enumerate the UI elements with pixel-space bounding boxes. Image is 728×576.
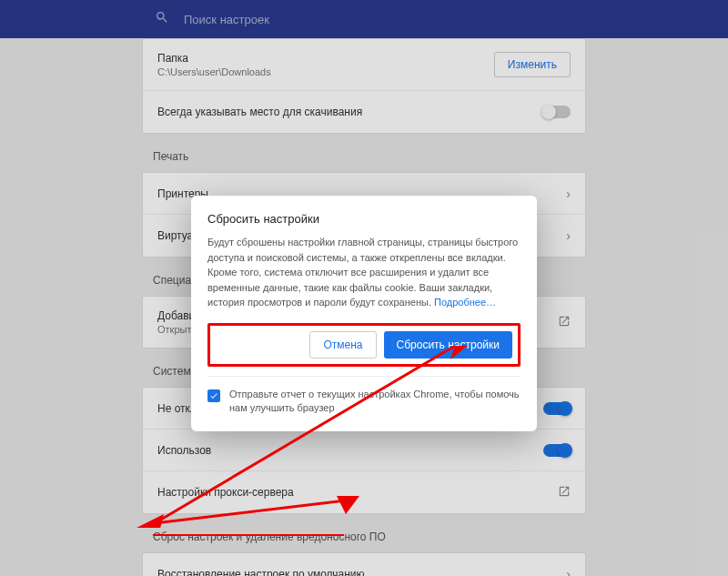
reset-settings-dialog: Сбросить настройки Будут сброшены настро… bbox=[191, 196, 537, 431]
report-checkbox[interactable] bbox=[207, 389, 220, 402]
dialog-footer: Отправьте отчет о текущих настройках Chr… bbox=[207, 376, 521, 416]
dialog-body: Будут сброшены настройки главной страниц… bbox=[207, 235, 521, 310]
dialog-title: Сбросить настройки bbox=[207, 212, 521, 226]
report-text: Отправьте отчет о текущих настройках Chr… bbox=[229, 388, 521, 416]
cancel-button[interactable]: Отмена bbox=[309, 331, 376, 359]
learn-more-link[interactable]: Подробнее… bbox=[434, 297, 496, 308]
report-link[interactable]: текущих настройках Chrome bbox=[317, 389, 449, 399]
dialog-actions: Отмена Сбросить настройки bbox=[207, 323, 521, 367]
modal-overlay: Сбросить настройки Будут сброшены настро… bbox=[0, 0, 728, 576]
reset-confirm-button[interactable]: Сбросить настройки bbox=[384, 331, 512, 359]
